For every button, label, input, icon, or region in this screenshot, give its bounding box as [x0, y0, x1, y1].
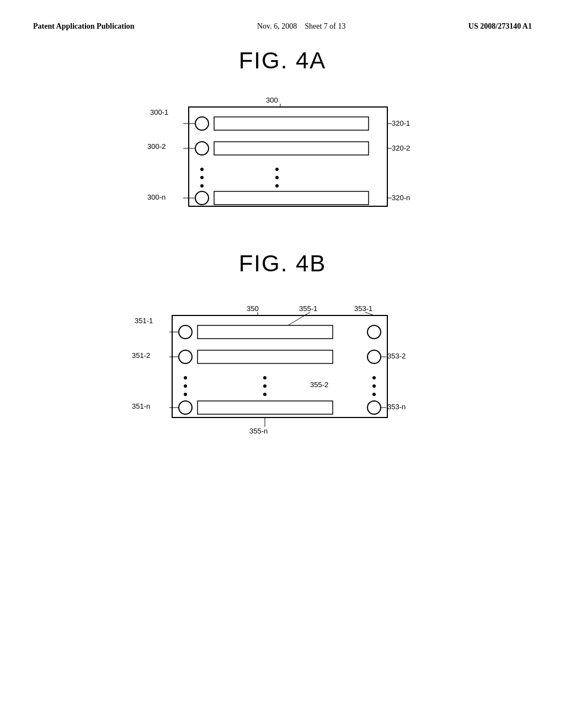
fig4a-svg: [145, 96, 420, 217]
label-320-2: 320-2: [392, 144, 410, 152]
svg-point-32: [263, 393, 266, 396]
svg-point-6: [200, 176, 204, 179]
svg-rect-12: [214, 191, 369, 205]
label-355-1: 355-1: [299, 304, 317, 313]
label-300-n: 300-n: [147, 193, 166, 201]
label-300-1: 300-1: [150, 108, 168, 116]
svg-point-21: [179, 325, 192, 339]
label-353-n: 353-n: [387, 403, 406, 411]
label-320-n: 320-n: [392, 194, 410, 202]
svg-point-7: [200, 184, 204, 188]
svg-point-34: [372, 384, 376, 388]
fig4a-diagram: 300 300-1 300-2 300-n: [145, 96, 420, 217]
page-header: Patent Application Publication Nov. 6, 2…: [33, 22, 532, 31]
svg-point-10: [275, 184, 279, 188]
label-355-n: 355-n: [249, 427, 268, 435]
svg-rect-37: [198, 401, 333, 414]
svg-point-36: [179, 401, 192, 414]
fig4b-title: FIG. 4B: [33, 250, 532, 277]
svg-rect-22: [198, 325, 333, 339]
fig4b-section: FIG. 4B: [33, 250, 532, 442]
label-353-2: 353-2: [387, 352, 406, 360]
svg-rect-4: [214, 142, 369, 155]
label-351-1: 351-1: [135, 317, 153, 325]
svg-point-11: [195, 191, 209, 205]
svg-point-23: [367, 325, 381, 339]
label-320-1: 320-1: [392, 119, 410, 127]
fig4a-title: FIG. 4A: [33, 47, 532, 74]
svg-point-1: [195, 117, 209, 130]
fig4b-svg: [128, 299, 437, 442]
label-300-2: 300-2: [147, 142, 166, 151]
label-355-2: 355-2: [310, 381, 328, 389]
svg-point-38: [367, 401, 381, 414]
svg-point-30: [263, 376, 266, 379]
label-351-n: 351-n: [132, 402, 150, 410]
header-date: Nov. 6, 2008 Sheet 7 of 13: [257, 22, 345, 31]
header-left: Patent Application Publication: [33, 22, 135, 31]
label-351-2: 351-2: [132, 351, 150, 360]
fig4b-diagram: 350 351-1 351-2 351-n: [128, 299, 437, 442]
header-right: US 2008/273140 A1: [468, 22, 532, 31]
svg-rect-2: [214, 117, 369, 130]
fig4b-container: 350 351-1 351-2 351-n: [33, 299, 532, 442]
svg-point-28: [184, 384, 187, 388]
svg-point-27: [184, 376, 187, 379]
label-300: 300: [266, 96, 278, 104]
svg-point-29: [184, 393, 187, 396]
svg-rect-25: [198, 350, 333, 363]
label-350: 350: [247, 304, 259, 313]
svg-point-35: [372, 393, 376, 396]
svg-point-9: [275, 176, 279, 179]
svg-point-3: [195, 142, 209, 155]
svg-point-24: [179, 350, 192, 363]
svg-point-26: [367, 350, 381, 363]
page: Patent Application Publication Nov. 6, 2…: [0, 0, 565, 728]
svg-point-8: [275, 168, 279, 171]
svg-point-5: [200, 168, 204, 171]
fig4a-container: 300 300-1 300-2 300-n: [33, 96, 532, 217]
fig4a-section: FIG. 4A: [33, 47, 532, 217]
label-353-1: 353-1: [354, 304, 372, 313]
svg-point-31: [263, 384, 266, 388]
svg-point-33: [372, 376, 376, 379]
